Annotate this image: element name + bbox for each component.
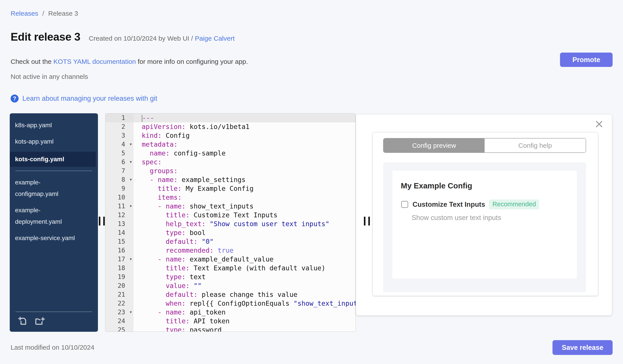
tab-config-help[interactable]: Config help bbox=[485, 139, 586, 152]
code-line[interactable]: 3 kind: Config bbox=[106, 131, 356, 140]
code-line[interactable]: 8 ▾ - name: example_settings bbox=[106, 175, 356, 184]
file-tree-sidebar: k8s-app.yaml kots-app.yaml kots-config.y… bbox=[10, 113, 98, 332]
code-text: title: Customize Text Inputs bbox=[133, 211, 277, 220]
code-line[interactable]: 12 title: Customize Text Inputs bbox=[106, 211, 356, 220]
line-number-gutter: 9 bbox=[106, 184, 133, 193]
created-text: Created on 10/10/2024 by Web UI / bbox=[89, 35, 193, 42]
breadcrumb-releases-link[interactable]: Releases bbox=[11, 10, 38, 17]
code-line[interactable]: 25 type: password bbox=[106, 325, 356, 332]
sidebar-file[interactable]: example-service.yaml bbox=[10, 232, 98, 244]
close-panel-button[interactable] bbox=[595, 120, 603, 128]
code-line[interactable]: 23 ▾ - name: api_token bbox=[106, 308, 356, 317]
code-line[interactable]: 18 title: Text Example (with default val… bbox=[106, 264, 356, 273]
save-release-button[interactable]: Save release bbox=[553, 340, 613, 355]
fold-arrow-icon[interactable]: ▾ bbox=[130, 160, 132, 164]
git-help-line[interactable]: ? Learn about managing your releases wit… bbox=[11, 95, 157, 102]
promote-button[interactable]: Promote bbox=[560, 53, 613, 67]
code-line[interactable]: 9 title: My Example Config bbox=[106, 184, 356, 193]
git-help-link[interactable]: Learn about managing your releases with … bbox=[22, 95, 157, 102]
customize-text-inputs-checkbox[interactable] bbox=[401, 201, 408, 208]
editor-resize-handle[interactable] bbox=[364, 217, 370, 225]
config-item-label: Customize Text Inputs bbox=[413, 201, 485, 208]
config-group-card: My Example Config Customize Text Inputs … bbox=[392, 171, 577, 279]
code-line[interactable]: 10 items: bbox=[106, 193, 356, 202]
code-line[interactable]: 22 when: repl{{ ConfigOptionEquals "show… bbox=[106, 299, 356, 308]
file-name: example-deployment.yaml bbox=[15, 207, 62, 225]
code-line[interactable]: 13 help_text: "Show custom user text inp… bbox=[106, 220, 356, 228]
author-link[interactable]: Paige Calvert bbox=[195, 35, 235, 42]
code-line[interactable]: 24 title: API token bbox=[106, 317, 356, 325]
line-number-gutter: 8 ▾ bbox=[106, 175, 133, 184]
line-number-gutter: 2 bbox=[106, 122, 133, 131]
sidebar-file[interactable]: example-configmap.yaml bbox=[10, 176, 98, 200]
code-text: type: text bbox=[133, 273, 206, 281]
code-line[interactable]: 14 type: bool bbox=[106, 228, 356, 237]
code-line[interactable]: 20 value: "" bbox=[106, 281, 356, 290]
code-text: value: "" bbox=[133, 281, 202, 290]
sidebar-file[interactable]: kots-config.yaml bbox=[10, 152, 96, 167]
fold-arrow-icon[interactable]: ▾ bbox=[130, 310, 132, 315]
code-text: spec: bbox=[133, 158, 162, 166]
code-text: - name: api_token bbox=[133, 308, 225, 317]
code-line[interactable]: 1 --- bbox=[106, 114, 356, 122]
code-line[interactable]: 11 ▾ - name: show_text_inputs bbox=[106, 202, 356, 211]
line-number-gutter: 15 bbox=[106, 237, 133, 246]
sidebar-file[interactable]: kots-app.yaml bbox=[10, 135, 98, 148]
fold-arrow-icon[interactable]: ▾ bbox=[130, 204, 132, 208]
line-number-gutter: 3 bbox=[106, 131, 133, 140]
config-group-title: My Example Config bbox=[392, 171, 577, 190]
yaml-code-editor[interactable]: 1 --- 2 apiVersion: kots.io/v1beta1 3 ki… bbox=[105, 113, 356, 332]
new-file-button[interactable] bbox=[18, 316, 28, 326]
code-line[interactable]: 6 ▾ spec: bbox=[106, 158, 356, 166]
fold-arrow-icon[interactable]: ▾ bbox=[130, 257, 132, 262]
code-text: --- bbox=[133, 114, 154, 122]
preview-tabbar: Config preview Config help bbox=[383, 138, 586, 153]
line-number-gutter: 16 bbox=[106, 246, 133, 255]
line-number: 1 bbox=[121, 114, 125, 121]
line-number-gutter: 4 ▾ bbox=[106, 140, 133, 149]
line-number: 24 bbox=[118, 317, 125, 325]
line-number-gutter: 20 bbox=[106, 281, 133, 290]
line-number: 10 bbox=[118, 194, 125, 201]
code-line[interactable]: 4 ▾ metadata: bbox=[106, 140, 356, 149]
code-line[interactable]: 15 default: "0" bbox=[106, 237, 356, 246]
line-number: 23 bbox=[118, 309, 125, 316]
code-text: items: bbox=[133, 193, 182, 202]
code-line[interactable]: 21 default: please change this value bbox=[106, 290, 356, 299]
line-number: 9 bbox=[121, 185, 125, 192]
kots-yaml-doc-link[interactable]: KOTS YAML documentation bbox=[53, 58, 136, 65]
sidebar-file[interactable]: example-deployment.yaml bbox=[10, 204, 98, 228]
code-text: metadata: bbox=[133, 140, 178, 149]
code-line[interactable]: 7 groups: bbox=[106, 166, 356, 175]
channel-status: Not active in any channels bbox=[11, 73, 88, 81]
code-line[interactable]: 16 recommended: true bbox=[106, 246, 356, 255]
line-number: 3 bbox=[121, 132, 125, 139]
preview-card: Config preview Config help My Example Co… bbox=[372, 132, 598, 296]
config-preview-panel: Config preview Config help My Example Co… bbox=[356, 114, 612, 316]
line-number: 19 bbox=[118, 273, 125, 281]
last-modified-text: Last modified on 10/10/2024 bbox=[11, 344, 94, 351]
fold-arrow-icon[interactable]: ▾ bbox=[130, 177, 132, 182]
line-number-gutter: 23 ▾ bbox=[106, 308, 133, 317]
code-text: type: password bbox=[133, 325, 222, 332]
new-folder-button[interactable] bbox=[34, 316, 45, 326]
code-text: help_text: "Show custom user text inputs… bbox=[133, 220, 329, 228]
config-item-help-text: Show custom user text inputs bbox=[412, 214, 577, 222]
file-name: kots-config.yaml bbox=[15, 156, 64, 162]
sidebar-file[interactable]: k8s-app.yaml bbox=[10, 119, 98, 131]
code-line[interactable]: 19 type: text bbox=[106, 273, 356, 281]
line-number: 20 bbox=[118, 282, 125, 289]
sidebar-resize-handle[interactable] bbox=[99, 217, 105, 225]
code-text: name: config-sample bbox=[133, 149, 225, 158]
code-line[interactable]: 5 name: config-sample bbox=[106, 149, 356, 158]
line-number-gutter: 14 bbox=[106, 228, 133, 237]
code-text: - name: example_default_value bbox=[133, 255, 273, 264]
fold-arrow-icon[interactable]: ▾ bbox=[130, 142, 132, 147]
line-number: 11 bbox=[118, 202, 125, 210]
tab-config-preview[interactable]: Config preview bbox=[384, 139, 485, 152]
code-line[interactable]: 2 apiVersion: kots.io/v1beta1 bbox=[106, 122, 356, 131]
sidebar-footer bbox=[10, 312, 98, 332]
code-line[interactable]: 17 ▾ - name: example_default_value bbox=[106, 255, 356, 264]
line-number-gutter: 12 bbox=[106, 211, 133, 220]
code-text: type: bool bbox=[133, 228, 206, 237]
